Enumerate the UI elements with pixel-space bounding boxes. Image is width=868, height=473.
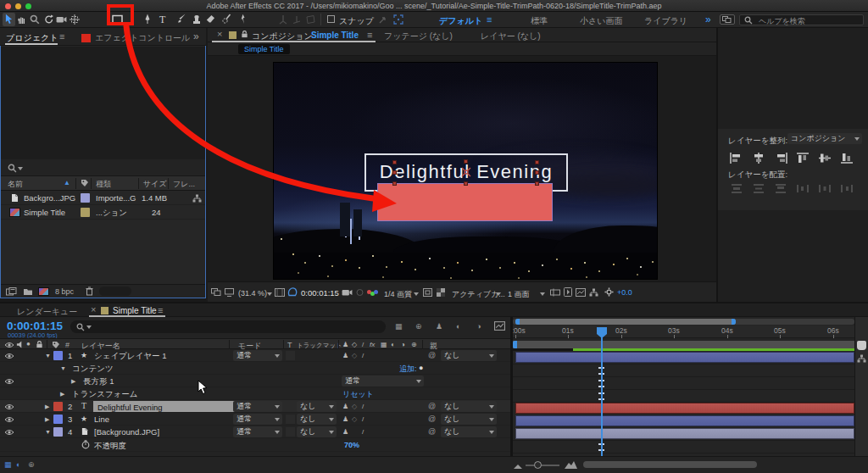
expander-icon[interactable]: ▶ [45,403,49,410]
parent-dropdown[interactable]: なし [441,426,497,437]
layer-bar-shape-layer-1[interactable] [515,352,854,363]
layer-name[interactable]: Line [94,415,109,424]
panel-menu-icon[interactable]: ≡ [367,30,372,40]
column-frame[interactable]: フレ... [173,179,195,190]
hide-shy-layers-icon[interactable]: ♟ [436,322,442,331]
column-type[interactable]: 種類 [96,179,111,190]
tab-timeline-comp[interactable]: Simple Title [113,306,157,315]
time-navigator[interactable] [513,319,854,325]
timeline-button-icon[interactable] [576,288,586,297]
expander-icon[interactable]: ▶ [45,416,49,423]
expand-icon[interactable] [393,14,403,25]
fast-preview-icon[interactable] [564,287,572,297]
lock-icon[interactable] [241,31,248,38]
time-ruler[interactable]: 0:00s 01s 02s 03s 04s 05s 06s [513,326,854,338]
property-name[interactable]: 長方形 1 [83,376,114,387]
selection-handle[interactable] [464,181,468,186]
align-top-icon[interactable] [796,153,810,164]
parent-dropdown[interactable]: なし [441,401,497,412]
zoom-tool[interactable] [30,14,40,25]
eye-icon[interactable] [4,416,14,423]
panel-menu-icon[interactable]: ≡ [59,31,64,42]
brush-tool[interactable] [176,14,186,25]
item-name[interactable]: Simple Title [24,208,65,217]
layer-row-shape-layer-1[interactable]: ▼ 1 ★ シェイプレイヤー 1 通常 ♟ ◇ / @ なし [0,349,510,362]
dependencies-icon[interactable] [192,194,202,203]
current-timecode[interactable]: 0:00:01:15 [7,320,63,332]
collapse-switch[interactable]: ◇ [352,415,357,423]
column-name[interactable]: 名前 [8,179,23,190]
help-search-field[interactable]: ヘルプを検索 [739,14,864,25]
tab-effect-controls[interactable]: エフェクトコントロール [ [95,32,190,44]
motion-blur-enable-icon[interactable]: ◑ [476,322,481,331]
selection-handle[interactable] [392,160,397,164]
layer-name[interactable]: シェイプレイヤー 1 [94,351,166,362]
parent-dropdown[interactable]: なし [441,414,497,425]
align-target-dropdown[interactable]: コンポジション [787,133,862,144]
exposure-value[interactable]: +0.0 [617,288,632,297]
work-area-bar[interactable] [513,341,854,348]
collapse-switch[interactable]: ◇ [352,352,357,359]
composition-mini-flowchart-icon[interactable]: ▦ [395,322,403,331]
quality-switch[interactable]: / [362,428,364,436]
pan-behind-tool[interactable] [70,14,80,25]
pickwhip-icon[interactable]: @ [428,351,436,359]
layer-label-chip[interactable] [53,402,63,411]
snap-label[interactable]: スナップ [339,15,374,27]
selection-handle[interactable] [535,170,539,175]
frame-blending-master-icon[interactable]: ▦ [4,460,12,469]
layer-name[interactable]: Delightful Evening [97,403,163,412]
property-name[interactable]: 不透明度 [94,441,126,452]
shy-switch[interactable]: ♟ [342,352,348,359]
selection-handle[interactable] [535,160,539,164]
mode-dropdown[interactable]: 通常 [233,414,282,425]
mode-dropdown[interactable]: 通常 [233,401,282,412]
layer-row-line[interactable]: ▶ 3 ★ Line 通常 なし ♟ ◇ / @ なし [0,413,510,426]
viewer-timecode[interactable]: 0:00:01:15 [301,288,339,298]
shy-switch[interactable]: ♟ [342,428,348,436]
expander-icon[interactable]: ▶ [71,378,75,385]
item-name[interactable]: Backgro...JPG [24,193,75,203]
layer-label-chip[interactable] [53,351,63,360]
property-name[interactable]: トランスフォーム [72,389,138,400]
property-row-contents[interactable]: ▼ コンテンツ 追加: ● [0,362,510,375]
track-matte-column[interactable]: トラックマット [297,342,342,350]
t-column[interactable]: T [287,341,292,349]
expander-icon[interactable]: ▼ [60,365,66,371]
project-bpc-button[interactable]: 8 bpc [55,287,74,296]
expander-icon[interactable]: ▶ [60,391,64,398]
camera-tool[interactable] [56,15,67,24]
view-layout-dropdown[interactable]: 1 画面 [508,289,530,300]
frame-blending-enable-icon[interactable]: ◐ [456,322,460,331]
stopwatch-icon[interactable] [81,440,90,449]
property-name[interactable]: コンテンツ [72,364,114,375]
zoom-slider-knob[interactable] [534,461,542,469]
label-color-chip[interactable] [81,193,90,203]
align-left-icon[interactable] [730,153,743,164]
align-h-center-icon[interactable] [752,153,765,164]
reset-button[interactable]: リセット [342,389,374,400]
new-composition-icon[interactable] [38,287,49,296]
track-matte-dropdown[interactable]: なし [297,401,337,412]
timeline-search-field[interactable] [70,320,386,333]
align-right-icon[interactable] [774,153,787,164]
region-of-interest-icon[interactable] [423,288,432,297]
flowchart-button-icon[interactable] [589,288,598,297]
playhead-marker[interactable] [596,326,608,339]
track-matte-dropdown[interactable]: なし [297,426,337,437]
quality-switch[interactable]: / [362,415,364,423]
tab-project[interactable]: プロジェクト [6,32,58,44]
layer-row-delightful-evening[interactable]: ▶ 2 T Delightful Evening 通常 なし ♟ ◇ / @ な… [0,400,510,413]
sync-settings-icon[interactable] [720,14,735,25]
pickwhip-icon[interactable]: @ [428,415,436,423]
tab-layers[interactable]: レイヤー (なし) [481,31,541,42]
eye-icon[interactable] [4,429,14,436]
mode-dropdown[interactable]: 通常 [233,426,282,437]
expander-icon[interactable]: ▼ [45,353,51,359]
collapse-switch[interactable]: ◇ [352,403,357,410]
close-tab-icon[interactable]: × [217,29,222,39]
add-toggle-icon[interactable]: ● [419,364,423,372]
type-tool[interactable]: T [159,14,165,26]
anchor-point-icon[interactable] [460,166,472,178]
selection-handle[interactable] [392,181,397,186]
